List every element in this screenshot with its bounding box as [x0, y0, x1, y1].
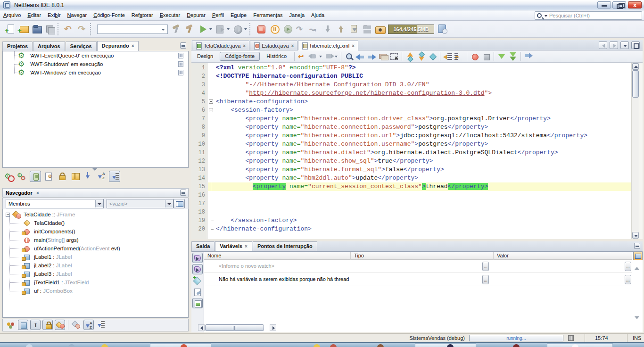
horizontal-scrollbar[interactable] — [198, 324, 277, 331]
navigator-item[interactable]: jLabel1 : JLabel — [3, 253, 188, 261]
taskbar-icon[interactable] — [26, 344, 33, 347]
scroll-tabs-right-button[interactable] — [610, 41, 618, 49]
code-fold-column[interactable] — [208, 63, 215, 239]
watch1-icon[interactable] — [192, 264, 203, 274]
thread-row[interactable]: 'AWT-EventQueue-0' em execução — [3, 51, 188, 60]
maximize-editor-button[interactable] — [631, 41, 640, 49]
navigator-item[interactable]: jLabel3 : JLabel — [3, 270, 188, 278]
taskbar-icon[interactable] — [101, 344, 108, 347]
editor-tab-estadojava[interactable]: Estado.java× — [250, 41, 297, 50]
maximize-button[interactable] — [612, 1, 626, 8]
step-over-icon[interactable] — [295, 23, 307, 35]
minimize-button[interactable] — [597, 1, 611, 8]
ctor-toggle-icon[interactable] — [55, 320, 65, 330]
watch-combo[interactable]: <vazio> — [107, 199, 173, 208]
menu-exibir[interactable]: Exibir — [44, 10, 64, 20]
ellipsis-button[interactable]: ... — [625, 262, 631, 271]
scrollbar-thumb[interactable] — [632, 70, 639, 98]
tab-arquivos[interactable]: Arquivos — [33, 41, 65, 51]
navigator-item[interactable]: jTextField1 : JTextField — [3, 278, 188, 287]
dropdown-icon[interactable] — [227, 28, 230, 30]
memory-indicator[interactable]: 164,4/245,5MB — [388, 25, 434, 34]
profile-icon[interactable] — [231, 23, 244, 35]
navigator-tree[interactable]: TelaCidade :: JFrameTelaCidade()initComp… — [2, 209, 189, 318]
navigator-columns-button[interactable] — [173, 199, 185, 208]
prev-occ-icon[interactable] — [355, 51, 366, 62]
view-cdigofonte[interactable]: Código-fonte — [220, 52, 260, 61]
inner-toggle-icon[interactable] — [30, 320, 41, 330]
scroll-left-button[interactable] — [198, 324, 205, 331]
window-icon[interactable] — [69, 171, 81, 182]
menu-editar[interactable]: Editar — [24, 10, 44, 20]
taskbar-icon[interactable] — [513, 344, 520, 347]
editor-tab-hibernatecfgxml[interactable]: hibernate.cfg.xml× — [298, 41, 358, 50]
debug-view-icon[interactable] — [30, 171, 41, 182]
step-box-icon[interactable] — [83, 171, 94, 182]
close-icon[interactable]: × — [291, 43, 294, 49]
debugging-thread-tree[interactable]: 'AWT-EventQueue-0' em execução'AWT-Shutd… — [2, 51, 189, 168]
pic-icon[interactable] — [192, 298, 203, 308]
taskbar-icon[interactable] — [68, 344, 75, 347]
thread-row[interactable]: 'AWT-Shutdown' em execução — [3, 60, 188, 68]
toggle-bm-icon[interactable] — [427, 51, 438, 62]
watch1-icon[interactable] — [192, 253, 203, 263]
close-icon[interactable]: × — [243, 43, 246, 49]
taskbar-icon[interactable] — [377, 344, 384, 347]
menu-cdigofonte[interactable]: Código-Fonte — [90, 10, 128, 20]
navigator-item[interactable]: TelaCidade :: JFrame — [3, 210, 188, 219]
apply-changes-icon[interactable] — [361, 23, 373, 35]
thread-row[interactable]: 'AWT-Windows' em execução — [3, 68, 188, 77]
members-combo[interactable]: Membros — [6, 199, 104, 208]
column-header-tipo[interactable]: Tipo — [351, 252, 494, 260]
rect-select-icon[interactable] — [388, 51, 400, 62]
close-button[interactable] — [628, 1, 642, 8]
variable-row[interactable]: <Informe o novo watch>...... — [204, 260, 632, 273]
finish-sessions-icon[interactable] — [3, 171, 15, 182]
sort-az-icon[interactable] — [83, 320, 94, 330]
ellipsis-button[interactable]: ... — [482, 275, 489, 284]
highlight-icon[interactable] — [377, 51, 388, 62]
sort-list-icon[interactable] — [109, 171, 120, 182]
undo-icon[interactable] — [63, 23, 75, 35]
menu-refatorar[interactable]: Refatorar — [128, 10, 157, 20]
step-out-icon[interactable] — [334, 23, 347, 35]
fold-marker[interactable] — [209, 108, 213, 112]
scroll-up-icon[interactable] — [635, 267, 639, 270]
add-icon[interactable] — [192, 275, 203, 286]
column-header-valor[interactable]: Valor — [494, 252, 632, 260]
progress-list-icon[interactable] — [568, 335, 574, 341]
sort-src-icon[interactable] — [96, 320, 106, 330]
editor-vertical-scrollbar[interactable] — [631, 63, 639, 239]
step-over-exp-icon[interactable] — [308, 23, 320, 35]
collapse-folds-icon[interactable] — [507, 51, 519, 62]
scroll-tabs-left-button[interactable] — [599, 41, 607, 49]
close-icon[interactable]: × — [132, 43, 134, 49]
ellipsis-button[interactable]: ... — [625, 275, 631, 284]
forward-icon[interactable] — [323, 51, 335, 62]
variables-table[interactable]: NomeTipoValor <Informe o novo watch>....… — [204, 252, 632, 332]
customize-columns-button[interactable] — [633, 252, 643, 260]
navigator-close-icon[interactable]: × — [36, 190, 39, 196]
navigator-item[interactable]: initComponents() — [3, 227, 188, 236]
thread-props-icon[interactable] — [43, 171, 54, 182]
shift-right-icon[interactable] — [454, 51, 465, 62]
next-occ-icon[interactable] — [366, 51, 377, 62]
snapshot-icon[interactable] — [374, 23, 386, 35]
pause-icon[interactable] — [268, 23, 281, 35]
menu-navegar[interactable]: Navegar — [64, 10, 91, 20]
lock-icon[interactable] — [56, 171, 67, 182]
tab-depurando[interactable]: Depurando× — [97, 41, 139, 51]
bottom-minimize-button[interactable] — [634, 243, 640, 249]
menu-ajuda[interactable]: Ajuda — [308, 10, 328, 20]
variable-row[interactable]: Não há variáveis a serem exibidas porque… — [204, 273, 632, 286]
scroll-down-icon[interactable] — [635, 316, 639, 319]
search-box[interactable]: Pesquisar (Ctrl+I) — [535, 11, 642, 20]
close-icon[interactable]: × — [352, 43, 355, 49]
pair-icon[interactable] — [71, 320, 82, 330]
suspend-icon[interactable] — [178, 53, 183, 58]
dropdown-icon[interactable] — [319, 56, 322, 58]
config-combo[interactable] — [97, 25, 168, 34]
sort-az-icon[interactable] — [96, 171, 107, 182]
column-header-nome[interactable]: Nome — [204, 252, 351, 260]
dropdown-icon[interactable] — [244, 28, 247, 30]
